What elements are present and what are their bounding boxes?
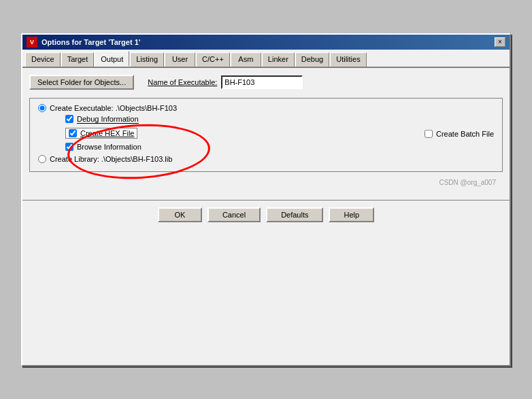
browse-info-label: Browse Information — [77, 143, 142, 151]
debug-info-item: Debug Information — [65, 115, 494, 124]
defaults-button[interactable]: Defaults — [266, 207, 323, 222]
executable-field-row: Name of Executable: — [148, 75, 303, 89]
tab-debug[interactable]: Debug — [295, 52, 329, 67]
output-group-box: Create Executable: .\Objects\BH-F103 Deb… — [29, 98, 503, 172]
title-bar: V Options for Target 'Target 1' × — [22, 35, 510, 50]
create-batch-file-section: Create Batch File — [425, 130, 494, 138]
debug-info-checkbox[interactable] — [65, 115, 73, 123]
create-library-radio[interactable] — [38, 155, 46, 163]
top-row: Select Folder for Objects... Name of Exe… — [29, 75, 503, 90]
create-executable-label: Create Executable: .\Objects\BH-F103 — [50, 104, 177, 112]
create-library-label: Create Library: .\Objects\BH-F103.lib — [50, 155, 172, 163]
create-hex-item: Create HEX File — [65, 128, 137, 139]
app-icon: V — [27, 37, 37, 48]
watermark-text: CSDN @org_a007 — [29, 179, 503, 186]
close-button[interactable]: × — [495, 37, 505, 47]
name-of-executable-label: Name of Executable: — [148, 78, 217, 86]
tab-bar: Device Target Output Listing User C/C++ … — [22, 50, 510, 68]
window-title: Options for Target 'Target 1' — [41, 38, 140, 46]
help-button[interactable]: Help — [329, 207, 374, 222]
debug-info-label: Debug Information — [77, 115, 139, 124]
tab-cpp[interactable]: C/C++ — [196, 52, 230, 67]
content-area: Select Folder for Objects... Name of Exe… — [22, 68, 510, 193]
select-folder-button[interactable]: Select Folder for Objects... — [29, 75, 134, 90]
create-executable-radio-item: Create Executable: .\Objects\BH-F103 — [38, 104, 494, 112]
tab-user[interactable]: User — [165, 52, 195, 67]
content-wrapper: Select Folder for Objects... Name of Exe… — [22, 68, 510, 229]
tab-listing[interactable]: Listing — [130, 52, 164, 67]
tab-linker[interactable]: Linker — [262, 52, 295, 67]
browse-info-checkbox[interactable] — [65, 143, 73, 151]
create-batch-file-label: Create Batch File — [436, 130, 494, 138]
create-batch-file-checkbox[interactable] — [425, 130, 433, 138]
ok-button[interactable]: OK — [158, 207, 202, 222]
browse-info-item: Browse Information — [65, 143, 494, 151]
create-hex-checkbox[interactable] — [69, 129, 77, 137]
title-bar-content: V Options for Target 'Target 1' — [27, 37, 140, 48]
tab-asm[interactable]: Asm — [231, 52, 261, 67]
main-window: V Options for Target 'Target 1' × Device… — [21, 33, 511, 366]
tab-target[interactable]: Target — [61, 52, 95, 67]
create-executable-radio[interactable] — [38, 104, 46, 112]
create-hex-label: Create HEX File — [80, 129, 134, 137]
executable-input[interactable] — [221, 75, 303, 89]
tab-utilities[interactable]: Utilities — [330, 52, 366, 67]
create-library-radio-item: Create Library: .\Objects\BH-F103.lib — [38, 155, 494, 163]
tab-output[interactable]: Output — [95, 51, 129, 67]
tab-device[interactable]: Device — [25, 52, 61, 67]
bottom-buttons: OK Cancel Defaults Help — [22, 200, 510, 229]
cancel-button[interactable]: Cancel — [207, 207, 261, 222]
